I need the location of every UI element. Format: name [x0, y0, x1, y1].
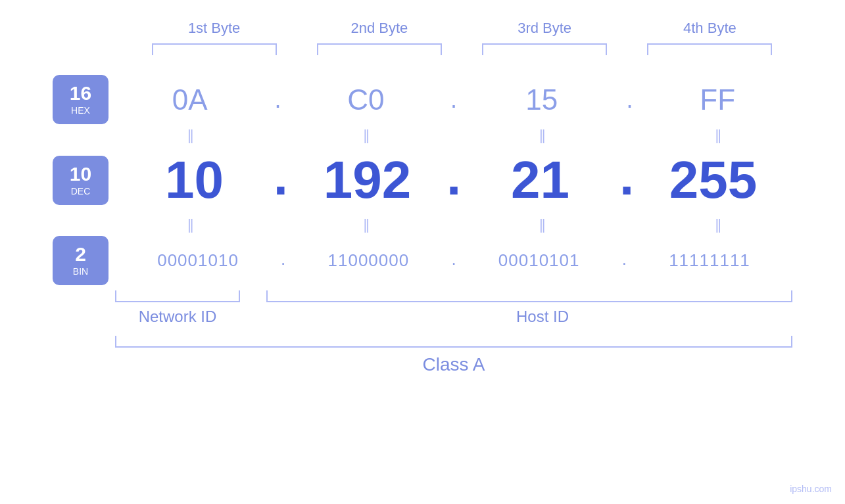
- bin-byte-4: 11111111: [627, 250, 792, 271]
- hex-dot-1: .: [265, 86, 291, 114]
- main-container: 1st Byte 2nd Byte 3rd Byte 4th Byte 16 H…: [0, 0, 845, 504]
- bracket-top-4: [647, 43, 772, 55]
- bin-byte-3: 00010101: [456, 250, 622, 271]
- byte-label-3: 3rd Byte: [479, 20, 610, 37]
- dec-dot-2: .: [447, 147, 461, 214]
- dec-row: 10 DEC 10 . 192 . 21 . 255: [53, 147, 792, 214]
- class-bracket: [115, 336, 792, 348]
- hex-dot-3: .: [617, 86, 643, 114]
- bottom-brackets-row: [115, 290, 792, 302]
- class-label: Class A: [115, 354, 792, 375]
- dec-base-label: DEC: [71, 186, 91, 196]
- network-id-label: Network ID: [115, 308, 240, 326]
- bin-row: 2 BIN 00001010 . 11000000 . 00010101 . 1…: [53, 236, 792, 285]
- class-section: Class A: [53, 336, 792, 375]
- dec-dot-1: .: [274, 147, 288, 214]
- equals-section-2: || || || ||: [115, 216, 792, 233]
- section-labels-row: Network ID Host ID: [115, 308, 792, 326]
- hex-row: 16 HEX 0A . C0 . 15 . FF: [53, 75, 792, 124]
- dec-values: 10 . 192 . 21 . 255: [109, 147, 792, 214]
- top-brackets: [53, 43, 792, 55]
- equals-section-1: || || || ||: [115, 127, 792, 144]
- bracket-host-id: [266, 290, 792, 302]
- bin-dot-1: .: [281, 249, 285, 273]
- bin-byte-2: 11000000: [285, 250, 451, 271]
- bracket-top-2: [317, 43, 442, 55]
- hex-byte-4: FF: [643, 83, 793, 116]
- bin-base-number: 2: [75, 244, 86, 264]
- equals-5: ||: [115, 216, 265, 233]
- dec-byte-4: 255: [634, 150, 792, 210]
- hex-byte-3: 15: [467, 83, 617, 116]
- equals-row-1: || || || ||: [53, 127, 792, 144]
- dec-byte-3: 21: [461, 150, 619, 210]
- bin-dot-3: .: [622, 249, 627, 273]
- equals-2: ||: [291, 127, 441, 144]
- equals-8: ||: [643, 216, 793, 233]
- bottom-section: Network ID Host ID: [53, 290, 792, 326]
- bin-base-label: BIN: [73, 266, 88, 277]
- hex-base-label: HEX: [71, 105, 90, 116]
- bracket-top-3: [482, 43, 607, 55]
- dec-byte-1: 10: [115, 150, 274, 210]
- hex-byte-2: C0: [291, 83, 441, 116]
- bin-dot-2: .: [451, 249, 456, 273]
- hex-values: 0A . C0 . 15 . FF: [109, 83, 792, 116]
- hex-dot-2: .: [441, 86, 467, 114]
- bin-badge: 2 BIN: [53, 236, 109, 285]
- hex-byte-1: 0A: [115, 83, 265, 116]
- dec-badge: 10 DEC: [53, 156, 109, 205]
- byte-label-1: 1st Byte: [149, 20, 280, 37]
- equals-4: ||: [643, 127, 793, 144]
- hex-base-number: 16: [70, 83, 91, 103]
- hex-badge: 16 HEX: [53, 75, 109, 124]
- watermark: ipshu.com: [790, 484, 832, 494]
- byte-labels-row: 1st Byte 2nd Byte 3rd Byte 4th Byte: [53, 20, 792, 37]
- dec-base-number: 10: [70, 164, 91, 184]
- bin-values: 00001010 . 11000000 . 00010101 . 1111111…: [109, 249, 792, 273]
- dec-dot-3: .: [619, 147, 634, 214]
- equals-3: ||: [467, 127, 617, 144]
- bracket-top-1: [152, 43, 277, 55]
- dec-byte-2: 192: [288, 150, 447, 210]
- equals-7: ||: [467, 216, 617, 233]
- byte-label-4: 4th Byte: [644, 20, 775, 37]
- equals-row-2: || || || ||: [53, 216, 792, 233]
- byte-label-2: 2nd Byte: [314, 20, 445, 37]
- bin-byte-1: 00001010: [115, 250, 281, 271]
- equals-1: ||: [115, 127, 265, 144]
- equals-6: ||: [291, 216, 441, 233]
- host-id-label: Host ID: [293, 308, 792, 326]
- bracket-network-id: [115, 290, 240, 302]
